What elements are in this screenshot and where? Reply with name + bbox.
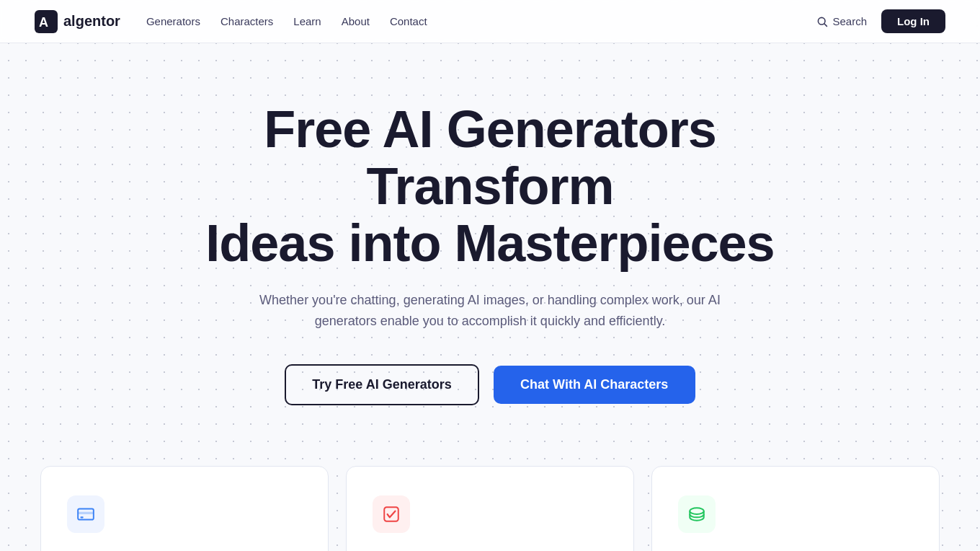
- nav-link-generators[interactable]: Generators: [146, 15, 200, 27]
- svg-rect-7: [384, 507, 398, 521]
- nav-item-about[interactable]: About: [342, 15, 370, 28]
- credit-card-icon: [76, 505, 95, 524]
- nav-links: Generators Characters Learn About Contac…: [146, 15, 427, 28]
- check-square-icon: [382, 505, 401, 524]
- nav-item-characters[interactable]: Characters: [220, 15, 273, 28]
- svg-line-3: [824, 23, 827, 26]
- svg-rect-6: [80, 516, 83, 518]
- card-powerful-integration: Powerful Integration Integrate the lates…: [651, 466, 940, 551]
- svg-text:A: A: [39, 15, 48, 30]
- search-button[interactable]: Search: [816, 15, 867, 27]
- nav-item-contact[interactable]: Contact: [390, 15, 427, 28]
- nav-item-generators[interactable]: Generators: [146, 15, 200, 28]
- hero-headline: Free AI Generators Transform Ideas into …: [166, 101, 814, 273]
- nav-link-learn[interactable]: Learn: [293, 15, 321, 27]
- hero-section: Free AI Generators Transform Ideas into …: [0, 43, 980, 449]
- card-icon-check-square: [373, 495, 410, 533]
- svg-point-8: [690, 508, 704, 514]
- card-all-for-free: All for Free Enjoy all AI tools for free…: [40, 466, 329, 551]
- nav-item-learn[interactable]: Learn: [293, 15, 321, 28]
- logo-icon: A: [35, 10, 58, 33]
- nav-left: A algentor Generators Characters Learn A…: [35, 10, 427, 33]
- login-button[interactable]: Log In: [881, 9, 945, 33]
- logo-text: algentor: [63, 13, 120, 30]
- logo[interactable]: A algentor: [35, 10, 120, 33]
- cards-section: All for Free Enjoy all AI tools for free…: [0, 449, 980, 551]
- card-icon-credit-card: [67, 495, 104, 533]
- svg-rect-5: [78, 512, 94, 514]
- hero-buttons: Try Free AI Generators Chat With AI Char…: [35, 364, 945, 405]
- hero-subtext: Whether you're chatting, generating AI i…: [245, 290, 735, 332]
- nav-link-about[interactable]: About: [342, 15, 370, 27]
- hero-headline-line2: Ideas into Masterpieces: [205, 214, 774, 272]
- money-icon: [687, 505, 706, 524]
- search-icon: [816, 16, 828, 27]
- try-generators-button[interactable]: Try Free AI Generators: [285, 364, 478, 405]
- search-label: Search: [832, 15, 867, 27]
- card-icon-money: [678, 495, 716, 533]
- nav-right: Search Log In: [816, 9, 945, 33]
- hero-headline-line1: Free AI Generators Transform: [264, 100, 716, 215]
- navbar: A algentor Generators Characters Learn A…: [0, 0, 980, 43]
- nav-link-contact[interactable]: Contact: [390, 15, 427, 27]
- card-simple-start: Simple Start You don't need to log in, j…: [346, 466, 634, 551]
- nav-link-characters[interactable]: Characters: [220, 15, 273, 27]
- chat-characters-button[interactable]: Chat With AI Characters: [494, 366, 695, 404]
